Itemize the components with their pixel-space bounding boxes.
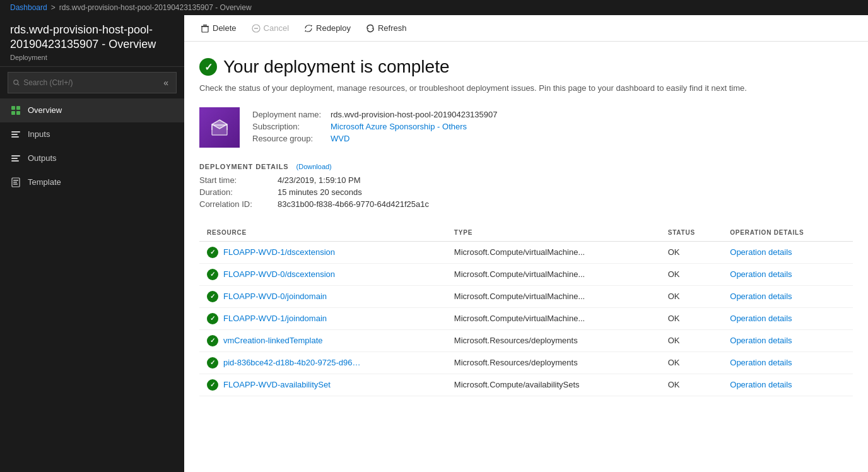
type-cell-1: Microsoft.Compute/virtualMachine...	[447, 263, 660, 285]
resource-link-5[interactable]: pid-836bce42-d18b-4b20-9725-d96…	[223, 358, 361, 367]
op-details-cell-2: Operation details	[722, 285, 853, 307]
start-time-row: Start time: 4/23/2019, 1:59:10 PM	[199, 175, 853, 185]
resource-link-4[interactable]: vmCreation-linkedTemplate	[223, 336, 323, 345]
resource-group-label: Resource group:	[252, 134, 328, 143]
page-content: Your deployment is complete Check the st…	[184, 42, 868, 472]
template-icon	[10, 177, 21, 188]
op-details-link-0[interactable]: Operation details	[730, 247, 792, 257]
sidebar-collapse-button[interactable]: «	[161, 75, 171, 90]
row-status-check-5	[207, 357, 218, 369]
correlation-id-value: 83c31b00-f838-4b66-9770-64d421f25a1c	[278, 199, 429, 209]
sidebar-nav: Overview Inputs	[0, 98, 184, 194]
start-time-label: Start time:	[199, 175, 275, 185]
resource-group-link[interactable]: WVD	[331, 134, 349, 143]
table-header-type: TYPE	[447, 224, 660, 242]
svg-rect-17	[203, 25, 207, 26]
delete-button[interactable]: Delete	[194, 20, 243, 36]
content-area: Delete Cancel Redeploy	[184, 15, 868, 472]
resource-link-3[interactable]: FLOAPP-WVD-1/joindomain	[223, 314, 327, 323]
svg-rect-2	[11, 106, 15, 110]
resources-table: RESOURCE TYPE STATUS OPERATION DETAILS F…	[199, 224, 853, 396]
deployment-complete-header: Your deployment is complete	[199, 57, 853, 77]
correlation-id-row: Correlation ID: 83c31b00-f838-4b66-9770-…	[199, 199, 853, 209]
resource-link-1[interactable]: FLOAPP-WVD-0/dscextension	[223, 269, 335, 279]
table-row: FLOAPP-WVD-0/dscextension Microsoft.Comp…	[199, 263, 853, 285]
resource-cell-2: FLOAPP-WVD-0/joindomain	[199, 285, 447, 307]
search-box[interactable]: «	[8, 72, 177, 93]
resource-cell-1: FLOAPP-WVD-0/dscextension	[199, 263, 447, 285]
table-row: FLOAPP-WVD-availabilitySet Microsoft.Com…	[199, 374, 853, 396]
svg-rect-14	[13, 182, 17, 183]
svg-rect-4	[11, 111, 15, 115]
svg-rect-7	[11, 134, 18, 135]
breadcrumb-dashboard[interactable]: Dashboard	[10, 3, 47, 12]
overview-icon	[10, 105, 21, 116]
op-details-cell-6: Operation details	[722, 374, 853, 396]
resource-cell-6: FLOAPP-WVD-availabilitySet	[199, 374, 447, 396]
sidebar-page-header: rds.wvd-provision-host-pool-201904231359…	[0, 15, 184, 67]
op-details-link-4[interactable]: Operation details	[730, 336, 792, 345]
resource-cell-3: FLOAPP-WVD-1/joindomain	[199, 307, 447, 329]
cancel-button[interactable]: Cancel	[245, 20, 295, 36]
duration-label: Duration:	[199, 187, 275, 197]
row-status-check-4	[207, 335, 218, 346]
cancel-icon	[252, 24, 261, 33]
table-header-resource: RESOURCE	[199, 224, 447, 242]
search-input[interactable]	[23, 78, 157, 87]
deployment-box-icon	[208, 116, 231, 139]
table-row: FLOAPP-WVD-1/dscextension Microsoft.Comp…	[199, 241, 853, 263]
row-status-check-3	[207, 313, 218, 324]
breadcrumb-separator: >	[51, 3, 56, 12]
resource-link-0[interactable]: FLOAPP-WVD-1/dscextension	[223, 247, 335, 257]
table-header-operation-details: OPERATION DETAILS	[722, 224, 853, 242]
row-status-check-1	[207, 269, 218, 280]
redeploy-label: Redeploy	[316, 23, 351, 33]
svg-rect-11	[11, 160, 19, 162]
duration-row: Duration: 15 minutes 20 seconds	[199, 187, 853, 197]
table-row: pid-836bce42-d18b-4b20-9725-d96… Microso…	[199, 351, 853, 374]
breadcrumb-bar: Dashboard > rds.wvd-provision-host-pool-…	[0, 0, 868, 15]
row-status-check-2	[207, 291, 218, 302]
op-details-link-6[interactable]: Operation details	[730, 380, 792, 389]
toolbar: Delete Cancel Redeploy	[184, 15, 868, 42]
table-header-status: STATUS	[660, 224, 723, 242]
sidebar-item-overview[interactable]: Overview	[0, 98, 184, 122]
sidebar-item-template[interactable]: Template	[0, 170, 184, 194]
details-header-text: DEPLOYMENT DETAILS	[199, 163, 289, 170]
download-link[interactable]: (Download)	[296, 163, 332, 170]
op-details-link-2[interactable]: Operation details	[730, 292, 792, 301]
op-details-cell-5: Operation details	[722, 351, 853, 374]
refresh-icon	[366, 24, 375, 33]
page-title: rds.wvd-provision-host-pool-201904231359…	[10, 23, 174, 52]
subscription-label: Subscription:	[252, 122, 328, 131]
subscription-row: Subscription: Microsoft Azure Sponsorshi…	[252, 122, 498, 131]
sidebar-item-inputs-label: Inputs	[28, 129, 50, 139]
op-details-link-3[interactable]: Operation details	[730, 314, 792, 323]
type-cell-5: Microsoft.Resources/deployments	[447, 351, 660, 374]
resource-link-2[interactable]: FLOAPP-WVD-0/joindomain	[223, 292, 327, 301]
deployment-info: Deployment name: rds.wvd-provision-host-…	[252, 107, 498, 143]
deployment-name-row: Deployment name: rds.wvd-provision-host-…	[252, 110, 498, 119]
sidebar-item-outputs[interactable]: Outputs	[0, 146, 184, 170]
svg-point-0	[14, 80, 18, 85]
subscription-link[interactable]: Microsoft Azure Sponsorship - Others	[331, 122, 467, 131]
svg-rect-5	[16, 111, 20, 115]
op-details-cell-4: Operation details	[722, 329, 853, 351]
redeploy-button[interactable]: Redeploy	[298, 20, 357, 36]
start-time-value: 4/23/2019, 1:59:10 PM	[278, 175, 361, 185]
refresh-button[interactable]: Refresh	[360, 20, 413, 36]
delete-icon	[201, 24, 209, 33]
deployment-name-label: Deployment name:	[252, 110, 328, 119]
op-details-link-1[interactable]: Operation details	[730, 269, 792, 279]
resource-link-6[interactable]: FLOAPP-WVD-availabilitySet	[223, 380, 331, 389]
op-details-link-5[interactable]: Operation details	[730, 358, 792, 367]
deployment-complete-title: Your deployment is complete	[223, 57, 450, 77]
sidebar-item-inputs[interactable]: Inputs	[0, 122, 184, 146]
resource-cell-4: vmCreation-linkedTemplate	[199, 329, 447, 351]
svg-rect-8	[11, 136, 19, 138]
row-status-check-0	[207, 247, 218, 258]
status-cell-1: OK	[660, 263, 723, 285]
details-section-header: DEPLOYMENT DETAILS (Download)	[199, 163, 853, 170]
correlation-id-label: Correlation ID:	[199, 199, 275, 209]
delete-label: Delete	[213, 23, 237, 33]
